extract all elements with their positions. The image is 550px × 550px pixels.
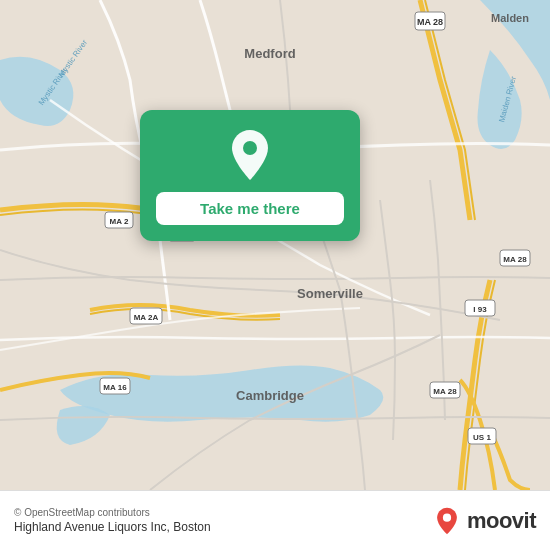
- place-label: Highland Avenue Liquors Inc, Boston: [14, 520, 211, 534]
- svg-text:US 1: US 1: [473, 433, 491, 442]
- svg-text:MA 2: MA 2: [110, 217, 129, 226]
- svg-text:MA 28: MA 28: [433, 387, 457, 396]
- moovit-pin-icon: [433, 507, 461, 535]
- svg-text:MA 16: MA 16: [103, 383, 127, 392]
- svg-text:Cambridge: Cambridge: [236, 388, 304, 403]
- action-card: Take me there: [140, 110, 360, 241]
- pin-icon-wrapper: [223, 128, 277, 182]
- svg-point-26: [243, 141, 257, 155]
- svg-text:Malden: Malden: [491, 12, 529, 24]
- moovit-logo: moovit: [433, 507, 536, 535]
- svg-text:I 93: I 93: [473, 305, 487, 314]
- map-background: MA 28 MA 2 MA 2 MA 2A MA 16 MA 28 MA 28 …: [0, 0, 550, 490]
- location-pin-icon: [228, 128, 272, 182]
- bottom-bar: © OpenStreetMap contributors Highland Av…: [0, 490, 550, 550]
- svg-text:Somerville: Somerville: [297, 286, 363, 301]
- svg-text:MA 28: MA 28: [417, 17, 443, 27]
- take-me-there-button[interactable]: Take me there: [156, 192, 344, 225]
- osm-attribution: © OpenStreetMap contributors: [14, 507, 211, 518]
- svg-text:MA 2A: MA 2A: [134, 313, 159, 322]
- svg-text:MA 28: MA 28: [503, 255, 527, 264]
- map-container[interactable]: MA 28 MA 2 MA 2 MA 2A MA 16 MA 28 MA 28 …: [0, 0, 550, 490]
- svg-text:Medford: Medford: [244, 46, 295, 61]
- moovit-text-label: moovit: [467, 508, 536, 534]
- svg-point-27: [443, 513, 451, 521]
